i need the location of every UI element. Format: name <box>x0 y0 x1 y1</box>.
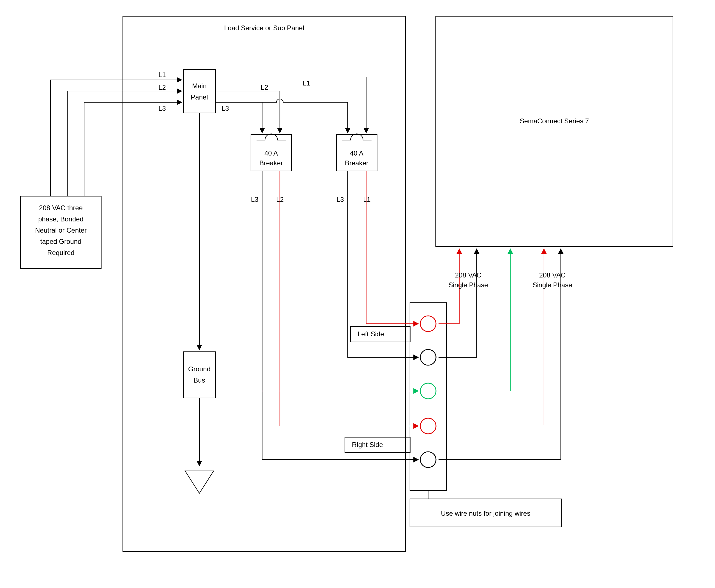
wire-t4-up <box>438 249 544 426</box>
sema-box <box>436 16 673 247</box>
vac1-l2: Single Phase <box>448 281 488 289</box>
label-l1-out: L1 <box>303 79 310 87</box>
ground-bus-l1: Ground <box>188 365 210 373</box>
ground-bus-box <box>183 352 216 398</box>
label-l3-in: L3 <box>159 105 166 112</box>
wire-b2-l1 <box>366 171 418 324</box>
sema-title: SemaConnect Series 7 <box>520 117 589 125</box>
wire-t3-up <box>438 249 510 391</box>
terminal-3 <box>420 383 436 399</box>
terminal-1 <box>420 316 436 332</box>
wire-nuts-text: Use wire nuts for joining wires <box>441 509 531 517</box>
terminal-5 <box>420 452 436 467</box>
load-panel-box <box>123 16 405 551</box>
vac2-l1: 208 VAC <box>539 271 566 279</box>
earth-symbol <box>185 471 214 493</box>
wire-src-l1 <box>50 80 181 196</box>
main-panel-l2: Panel <box>191 93 208 101</box>
right-side-label: Right Side <box>352 441 383 448</box>
vac1-l1: 208 VAC <box>455 271 482 279</box>
label-l3-out: L3 <box>222 105 229 112</box>
wire-src-l3 <box>84 102 181 196</box>
source-l5: Required <box>47 249 74 256</box>
main-panel-l1: Main <box>192 82 207 90</box>
breaker1-l1: 40 A <box>264 149 278 157</box>
source-l3: Neutral or Center <box>35 227 87 234</box>
source-l4: taped Ground <box>40 238 82 245</box>
label-br2-l3: L3 <box>336 196 344 203</box>
wiring-diagram: Load Service or Sub Panel SemaConnect Se… <box>0 0 715 588</box>
terminal-2 <box>420 350 436 365</box>
terminal-4 <box>420 418 436 434</box>
wire-b1-l3 <box>262 171 418 460</box>
label-l1-in: L1 <box>159 71 166 79</box>
breaker2-l2: Breaker <box>345 159 368 167</box>
label-l2-out: L2 <box>261 84 268 91</box>
left-side-label: Left Side <box>358 330 384 338</box>
main-panel-box <box>183 69 216 113</box>
wire-b1-l2 <box>280 171 418 426</box>
wire-mp-l3b <box>262 99 348 132</box>
label-br2-l1: L1 <box>363 196 371 203</box>
load-panel-title: Load Service or Sub Panel <box>224 24 304 32</box>
source-l1: 208 VAC three <box>39 204 83 212</box>
source-l2: phase, Bonded <box>38 215 83 223</box>
breaker2-l1: 40 A <box>350 149 363 157</box>
wire-b2-l3 <box>348 171 418 357</box>
breaker1-l2: Breaker <box>259 159 283 167</box>
label-l2-in: L2 <box>159 84 166 91</box>
vac2-l2: Single Phase <box>532 281 572 289</box>
label-br1-l3: L3 <box>251 196 259 203</box>
wire-mp-l1 <box>216 77 366 132</box>
ground-bus-l2: Bus <box>193 376 205 384</box>
